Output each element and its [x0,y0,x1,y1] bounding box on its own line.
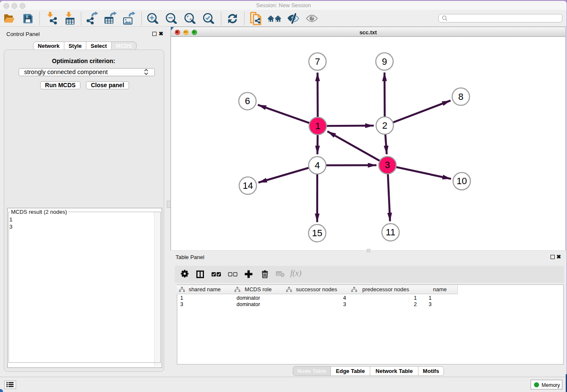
svg-text:11: 11 [386,227,396,237]
svg-text:9: 9 [382,56,387,67]
svg-text:6: 6 [245,96,250,106]
svg-text:15: 15 [312,228,322,238]
svg-text:8: 8 [458,91,463,102]
svg-text:10: 10 [457,176,467,186]
svg-text:1: 1 [315,121,320,131]
svg-text:3: 3 [385,160,390,170]
svg-text:7: 7 [315,56,320,67]
svg-text:2: 2 [382,120,387,131]
svg-text:14: 14 [242,180,253,191]
svg-text:4: 4 [315,160,320,171]
